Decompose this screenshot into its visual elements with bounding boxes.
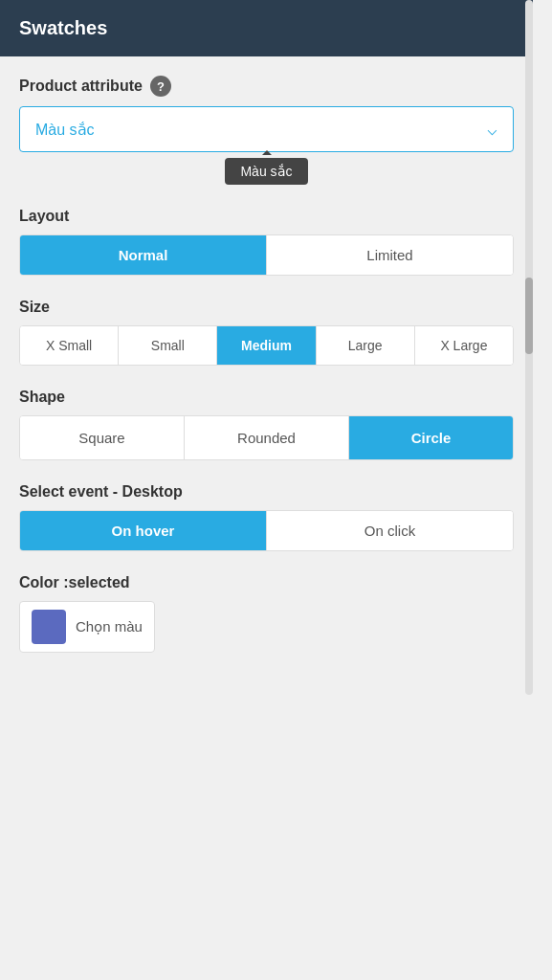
color-picker-button[interactable]: Chọn màu	[19, 601, 155, 653]
on-click-button[interactable]: On click	[267, 511, 513, 550]
scrollbar-track[interactable]	[525, 0, 533, 695]
select-event-label-row: Select event - Desktop	[19, 483, 514, 501]
dropdown-value: Màu sắc	[35, 121, 95, 139]
scrollbar-thumb[interactable]	[525, 278, 533, 354]
layout-normal-button[interactable]: Normal	[20, 235, 267, 275]
size-toggle-group: X Small Small Medium Large X Large	[19, 325, 514, 366]
select-event-label: Select event - Desktop	[19, 483, 183, 501]
color-swatch	[32, 610, 66, 644]
shape-rounded-button[interactable]: Rounded	[185, 416, 349, 459]
layout-section: Layout Normal Limited	[19, 208, 514, 276]
tooltip-wrapper: Màu sắc	[19, 158, 514, 185]
size-label: Size	[19, 299, 50, 316]
color-selected-section: Color :selected Chọn màu	[19, 574, 514, 653]
layout-label: Layout	[19, 208, 69, 225]
panel-title: Swatches	[19, 17, 107, 38]
help-icon[interactable]: ?	[150, 76, 171, 97]
on-hover-button[interactable]: On hover	[20, 511, 267, 550]
color-selected-label: Color :selected	[19, 574, 130, 591]
color-picker-label: Chọn màu	[76, 618, 143, 635]
shape-label: Shape	[19, 389, 65, 406]
shape-circle-button[interactable]: Circle	[349, 416, 513, 459]
shape-section: Shape Square Rounded Circle	[19, 389, 514, 460]
shape-label-row: Shape	[19, 389, 514, 406]
shape-square-button[interactable]: Square	[20, 416, 185, 459]
size-medium-button[interactable]: Medium	[217, 326, 316, 365]
chevron-down-icon: ⌵	[487, 119, 497, 140]
size-small-button[interactable]: Small	[119, 326, 217, 365]
product-attribute-section: Product attribute ? Màu sắc ⌵ Màu sắc	[19, 76, 514, 185]
select-event-section: Select event - Desktop On hover On click	[19, 483, 514, 551]
shape-toggle-group: Square Rounded Circle	[19, 415, 514, 460]
size-xlarge-button[interactable]: X Large	[415, 326, 513, 365]
product-attribute-label-row: Product attribute ?	[19, 76, 514, 97]
attribute-tooltip: Màu sắc	[225, 158, 307, 185]
layout-limited-button[interactable]: Limited	[267, 235, 513, 275]
size-large-button[interactable]: Large	[317, 326, 415, 365]
panel-body: Product attribute ? Màu sắc ⌵ Màu sắc La…	[0, 56, 533, 695]
size-label-row: Size	[19, 299, 514, 316]
select-event-toggle-group: On hover On click	[19, 510, 514, 551]
product-attribute-label: Product attribute	[19, 78, 143, 95]
layout-label-row: Layout	[19, 208, 514, 225]
layout-toggle-group: Normal Limited	[19, 234, 514, 276]
size-xsmall-button[interactable]: X Small	[20, 326, 119, 365]
product-attribute-dropdown[interactable]: Màu sắc ⌵	[19, 106, 514, 152]
panel-header: Swatches	[0, 0, 533, 56]
color-selected-label-row: Color :selected	[19, 574, 514, 591]
size-section: Size X Small Small Medium Large X Large	[19, 299, 514, 366]
swatches-panel: Swatches Product attribute ? Màu sắc ⌵ M…	[0, 0, 533, 695]
